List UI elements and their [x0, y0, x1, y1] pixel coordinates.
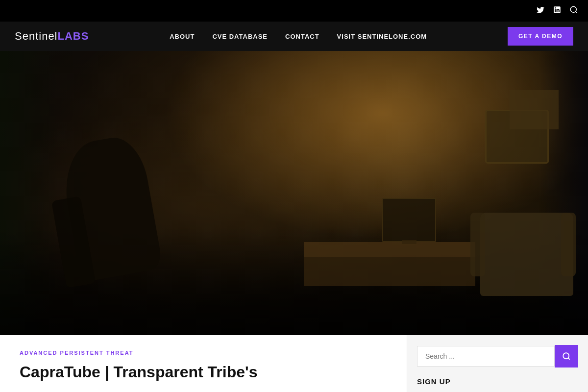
- nav-about[interactable]: ABOUT: [170, 33, 195, 40]
- get-demo-button[interactable]: GET A DEMO: [508, 27, 573, 46]
- article-title: CapraTube | Transparent Tribe's: [20, 363, 387, 381]
- nav-cve-database[interactable]: CVE DATABASE: [212, 33, 268, 40]
- search-icon-topbar[interactable]: [569, 5, 578, 16]
- svg-point-1: [563, 353, 569, 359]
- content-area: ADVANCED PERSISTENT THREAT CapraTube | T…: [0, 335, 588, 392]
- twitter-icon[interactable]: [536, 5, 545, 16]
- search-input[interactable]: [417, 346, 555, 367]
- hero-image: [0, 51, 588, 335]
- nav-visit-sentinelone[interactable]: VISIT SENTINELONE.COM: [337, 33, 427, 40]
- top-bar: [0, 0, 588, 22]
- search-box: [417, 345, 578, 368]
- nav-contact[interactable]: CONTACT: [285, 33, 319, 40]
- logo[interactable]: SentinelLABS: [15, 30, 89, 43]
- linkedin-icon[interactable]: [553, 5, 562, 16]
- logo-labs: LABS: [58, 30, 89, 43]
- main-nav: SentinelLABS ABOUT CVE DATABASE CONTACT …: [0, 22, 588, 51]
- article-category: ADVANCED PERSISTENT THREAT: [20, 350, 387, 356]
- search-button[interactable]: [555, 345, 578, 368]
- svg-point-0: [570, 6, 576, 12]
- sign-up-label: SIGN UP: [417, 377, 578, 386]
- main-content: ADVANCED PERSISTENT THREAT CapraTube | T…: [0, 335, 407, 392]
- logo-sentinel: Sentinel: [15, 30, 58, 43]
- search-icon: [562, 352, 571, 361]
- nav-links: ABOUT CVE DATABASE CONTACT VISIT SENTINE…: [170, 32, 427, 41]
- hero-scene: [0, 51, 588, 335]
- sidebar: SIGN UP: [407, 335, 588, 392]
